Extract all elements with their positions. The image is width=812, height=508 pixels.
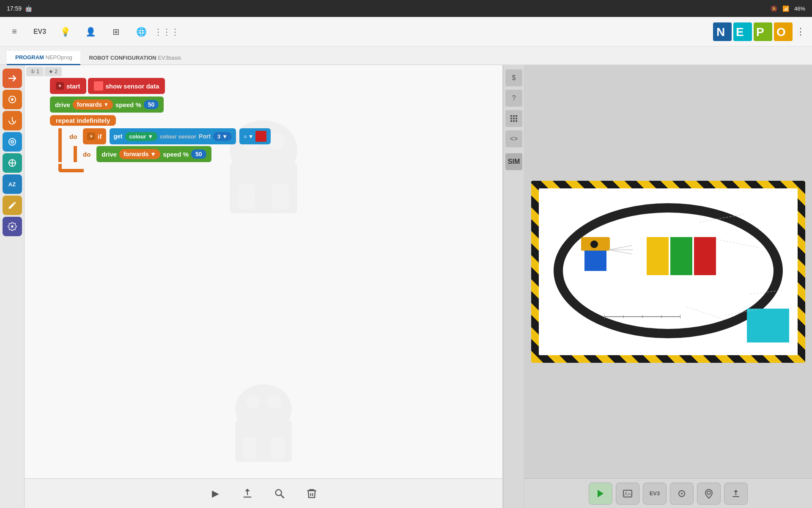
editor-tab-2[interactable]: ★ 2 bbox=[44, 67, 62, 76]
tab-matrix[interactable] bbox=[505, 110, 522, 127]
port-pill[interactable]: 3 ▼ bbox=[213, 132, 232, 141]
sidebar: AZ bbox=[0, 65, 25, 508]
red-color-block[interactable] bbox=[255, 131, 266, 142]
equals-block[interactable]: = ▼ bbox=[239, 128, 270, 144]
tab-program[interactable]: PROGRAM NEPOprog bbox=[7, 51, 80, 65]
tab-code[interactable]: <> bbox=[505, 130, 522, 147]
sidebar-item-az[interactable]: AZ bbox=[3, 174, 22, 194]
sidebar-item-sound[interactable] bbox=[3, 90, 22, 109]
dots-icon[interactable]: ⋮⋮⋮ bbox=[159, 24, 174, 39]
inner-speed-label: speed % bbox=[163, 151, 189, 158]
forwards-pill[interactable]: forwards ▼ bbox=[73, 99, 113, 110]
speed-value[interactable]: 50 bbox=[144, 100, 159, 109]
sidebar-item-settings[interactable] bbox=[3, 217, 22, 236]
sim-image-button[interactable] bbox=[616, 483, 639, 505]
drive-block[interactable]: drive forwards ▼ speed % 50 bbox=[50, 97, 164, 113]
red-square-icon bbox=[94, 81, 103, 91]
svg-rect-15 bbox=[238, 184, 255, 209]
get-colour-block[interactable]: get colour ▼ colour sensor Port 3 ▼ bbox=[110, 128, 236, 144]
svg-text:P: P bbox=[756, 25, 764, 39]
editor-tab-1[interactable]: ① 1 bbox=[26, 67, 44, 76]
tab-question[interactable]: ? bbox=[505, 90, 522, 107]
svg-text:O: O bbox=[776, 25, 786, 39]
status-bar: 17:59 🤖 🔕 📶 46% bbox=[0, 0, 812, 17]
upload-button[interactable] bbox=[240, 486, 255, 501]
sim-export-button[interactable] bbox=[724, 483, 748, 505]
sim-play-button[interactable] bbox=[589, 483, 612, 505]
get-label: get bbox=[114, 133, 123, 140]
tab-program-label: PROGRAM bbox=[15, 54, 44, 61]
start-plus-icon[interactable]: + bbox=[56, 82, 64, 90]
colour-dropdown-icon[interactable]: ▼ bbox=[148, 133, 153, 140]
forwards-dropdown-icon[interactable]: ▼ bbox=[104, 102, 109, 108]
sim-bottom-toolbar: EV3 bbox=[524, 478, 812, 508]
brand-n: N bbox=[713, 22, 732, 41]
more-menu-icon[interactable]: ⋮ bbox=[796, 26, 805, 37]
nav-bar-right: N E P O ⋮ bbox=[713, 22, 805, 41]
svg-text:E: E bbox=[736, 25, 744, 39]
inner-do-label: do bbox=[80, 148, 95, 160]
signal-icon: 📶 bbox=[782, 6, 789, 12]
arena-inner bbox=[539, 188, 798, 355]
drive-forwards-block-row: drive forwards ▼ speed % 50 bbox=[50, 97, 271, 113]
brand-p: P bbox=[754, 22, 772, 41]
ev3-logo[interactable]: EV3 bbox=[32, 24, 47, 39]
menu-icon[interactable]: ≡ bbox=[7, 24, 22, 39]
colour-label: colour bbox=[129, 133, 146, 140]
search-button[interactable] bbox=[272, 486, 287, 501]
red-block bbox=[694, 237, 716, 275]
eq-dropdown-icon[interactable]: ▼ bbox=[248, 133, 254, 140]
yellow-block bbox=[647, 237, 669, 275]
port-dropdown-icon[interactable]: ▼ bbox=[222, 133, 228, 140]
sidebar-item-pencil[interactable] bbox=[3, 196, 22, 215]
nav-bar: ≡ EV3 💡 👤 ⊞ 🌐 ⋮⋮⋮ N E P O ⋮ bbox=[0, 17, 812, 47]
sidebar-item-blue[interactable] bbox=[3, 132, 22, 152]
svg-point-5 bbox=[11, 98, 14, 101]
port-label: Port bbox=[199, 133, 211, 140]
tab-robot-config-label: ROBOT CONFIGURATION bbox=[89, 55, 156, 61]
bulb-icon[interactable]: 💡 bbox=[58, 24, 73, 39]
sim-content bbox=[524, 65, 812, 478]
inner-drive-block[interactable]: drive forwards ▼ speed % 50 bbox=[96, 146, 211, 162]
sidebar-item-arrow[interactable] bbox=[3, 69, 22, 88]
do-row: do + if get colour ▼ colour sensor bbox=[65, 128, 271, 144]
show-sensor-data-block[interactable]: show sensor data bbox=[88, 78, 165, 94]
if-block[interactable]: + if bbox=[83, 128, 106, 144]
svg-line-25 bbox=[281, 495, 284, 498]
sensor-rays bbox=[609, 243, 634, 256]
repeat-block[interactable]: repeat indefinitely bbox=[50, 115, 116, 126]
svg-point-19 bbox=[246, 395, 260, 409]
tab-robot-config[interactable]: ROBOT CONFIGURATION EV3basis bbox=[80, 51, 189, 65]
if-plus-icon[interactable]: + bbox=[87, 133, 95, 140]
svg-rect-21 bbox=[242, 437, 256, 458]
inner-forwards-dropdown-icon[interactable]: ▼ bbox=[150, 151, 156, 157]
battery-label: 46% bbox=[794, 6, 805, 12]
status-bar-right: 🔕 📶 46% bbox=[771, 6, 805, 12]
do-if-block-wrapper: do + if get colour ▼ colour sensor bbox=[58, 128, 271, 162]
sim-sound-button[interactable] bbox=[670, 483, 694, 505]
grid-icon[interactable]: ⊞ bbox=[108, 24, 123, 39]
colour-pill[interactable]: colour ▼ bbox=[125, 132, 158, 141]
inner-forwards-pill[interactable]: forwards ▼ bbox=[119, 149, 160, 159]
inner-speed-value[interactable]: 50 bbox=[191, 149, 206, 159]
profile-icon[interactable]: 👤 bbox=[83, 24, 98, 39]
tab-dollar[interactable]: $ bbox=[505, 69, 522, 86]
sidebar-item-teal[interactable] bbox=[3, 153, 22, 173]
sim-ev3-button[interactable]: EV3 bbox=[643, 483, 667, 505]
svg-rect-23 bbox=[244, 497, 252, 497]
speed-label: speed % bbox=[115, 101, 141, 108]
tab-sim[interactable]: SIM bbox=[505, 153, 522, 170]
robot-body bbox=[584, 250, 606, 271]
sidebar-item-sensor[interactable] bbox=[3, 111, 22, 130]
svg-point-17 bbox=[235, 384, 291, 434]
start-block[interactable]: + start bbox=[50, 78, 86, 94]
delete-button[interactable] bbox=[304, 486, 319, 501]
globe-icon[interactable]: 🌐 bbox=[134, 24, 149, 39]
show-sensor-data-label: show sensor data bbox=[106, 83, 159, 90]
robot-eye bbox=[590, 240, 598, 248]
eq-dropdown[interactable]: = ▼ bbox=[244, 133, 253, 140]
sim-location-button[interactable] bbox=[697, 483, 721, 505]
play-button[interactable]: ▶ bbox=[208, 486, 223, 501]
svg-rect-16 bbox=[272, 184, 289, 209]
brand-o: O bbox=[774, 22, 793, 41]
